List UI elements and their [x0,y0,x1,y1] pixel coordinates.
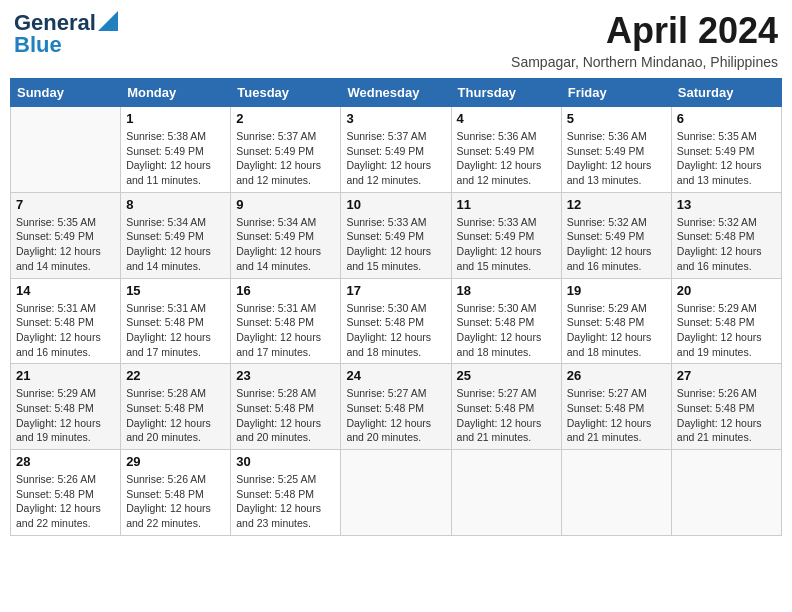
day-number: 7 [16,197,115,212]
table-row: 17Sunrise: 5:30 AMSunset: 5:48 PMDayligh… [341,278,451,364]
svg-marker-0 [98,11,118,31]
table-row: 3Sunrise: 5:37 AMSunset: 5:49 PMDaylight… [341,107,451,193]
day-info: Sunrise: 5:30 AMSunset: 5:48 PMDaylight:… [346,301,445,360]
logo: General Blue [14,10,118,58]
calendar-week-row: 21Sunrise: 5:29 AMSunset: 5:48 PMDayligh… [11,364,782,450]
day-info: Sunrise: 5:28 AMSunset: 5:48 PMDaylight:… [126,386,225,445]
day-info: Sunrise: 5:26 AMSunset: 5:48 PMDaylight:… [677,386,776,445]
table-row: 5Sunrise: 5:36 AMSunset: 5:49 PMDaylight… [561,107,671,193]
calendar-week-row: 1Sunrise: 5:38 AMSunset: 5:49 PMDaylight… [11,107,782,193]
page-header: General Blue April 2024 Sampagar, Northe… [10,10,782,70]
day-info: Sunrise: 5:37 AMSunset: 5:49 PMDaylight:… [236,129,335,188]
day-info: Sunrise: 5:28 AMSunset: 5:48 PMDaylight:… [236,386,335,445]
location-subtitle: Sampagar, Northern Mindanao, Philippines [511,54,778,70]
day-number: 19 [567,283,666,298]
day-number: 26 [567,368,666,383]
table-row: 16Sunrise: 5:31 AMSunset: 5:48 PMDayligh… [231,278,341,364]
day-number: 18 [457,283,556,298]
table-row [11,107,121,193]
day-info: Sunrise: 5:35 AMSunset: 5:49 PMDaylight:… [677,129,776,188]
header-thursday: Thursday [451,79,561,107]
day-number: 1 [126,111,225,126]
table-row: 4Sunrise: 5:36 AMSunset: 5:49 PMDaylight… [451,107,561,193]
day-info: Sunrise: 5:31 AMSunset: 5:48 PMDaylight:… [126,301,225,360]
table-row: 1Sunrise: 5:38 AMSunset: 5:49 PMDaylight… [121,107,231,193]
day-number: 5 [567,111,666,126]
table-row: 23Sunrise: 5:28 AMSunset: 5:48 PMDayligh… [231,364,341,450]
day-info: Sunrise: 5:32 AMSunset: 5:48 PMDaylight:… [677,215,776,274]
day-number: 20 [677,283,776,298]
table-row: 18Sunrise: 5:30 AMSunset: 5:48 PMDayligh… [451,278,561,364]
table-row [341,450,451,536]
day-info: Sunrise: 5:33 AMSunset: 5:49 PMDaylight:… [457,215,556,274]
day-number: 10 [346,197,445,212]
table-row [561,450,671,536]
calendar-week-row: 28Sunrise: 5:26 AMSunset: 5:48 PMDayligh… [11,450,782,536]
day-number: 22 [126,368,225,383]
day-info: Sunrise: 5:29 AMSunset: 5:48 PMDaylight:… [567,301,666,360]
table-row: 15Sunrise: 5:31 AMSunset: 5:48 PMDayligh… [121,278,231,364]
table-row: 28Sunrise: 5:26 AMSunset: 5:48 PMDayligh… [11,450,121,536]
day-number: 16 [236,283,335,298]
header-sunday: Sunday [11,79,121,107]
logo-blue-text: Blue [14,32,62,58]
day-info: Sunrise: 5:29 AMSunset: 5:48 PMDaylight:… [677,301,776,360]
day-number: 25 [457,368,556,383]
table-row: 12Sunrise: 5:32 AMSunset: 5:49 PMDayligh… [561,192,671,278]
header-friday: Friday [561,79,671,107]
day-info: Sunrise: 5:35 AMSunset: 5:49 PMDaylight:… [16,215,115,274]
table-row: 26Sunrise: 5:27 AMSunset: 5:48 PMDayligh… [561,364,671,450]
table-row: 11Sunrise: 5:33 AMSunset: 5:49 PMDayligh… [451,192,561,278]
logo-triangle-icon [98,11,118,31]
table-row: 30Sunrise: 5:25 AMSunset: 5:48 PMDayligh… [231,450,341,536]
calendar-table: Sunday Monday Tuesday Wednesday Thursday… [10,78,782,536]
day-info: Sunrise: 5:27 AMSunset: 5:48 PMDaylight:… [346,386,445,445]
day-number: 30 [236,454,335,469]
day-info: Sunrise: 5:34 AMSunset: 5:49 PMDaylight:… [236,215,335,274]
table-row: 24Sunrise: 5:27 AMSunset: 5:48 PMDayligh… [341,364,451,450]
table-row: 7Sunrise: 5:35 AMSunset: 5:49 PMDaylight… [11,192,121,278]
day-info: Sunrise: 5:36 AMSunset: 5:49 PMDaylight:… [567,129,666,188]
table-row: 25Sunrise: 5:27 AMSunset: 5:48 PMDayligh… [451,364,561,450]
day-number: 23 [236,368,335,383]
day-number: 21 [16,368,115,383]
calendar-week-row: 14Sunrise: 5:31 AMSunset: 5:48 PMDayligh… [11,278,782,364]
table-row: 6Sunrise: 5:35 AMSunset: 5:49 PMDaylight… [671,107,781,193]
month-title: April 2024 [511,10,778,52]
day-info: Sunrise: 5:27 AMSunset: 5:48 PMDaylight:… [457,386,556,445]
day-info: Sunrise: 5:38 AMSunset: 5:49 PMDaylight:… [126,129,225,188]
header-monday: Monday [121,79,231,107]
day-number: 14 [16,283,115,298]
day-number: 28 [16,454,115,469]
day-info: Sunrise: 5:25 AMSunset: 5:48 PMDaylight:… [236,472,335,531]
day-info: Sunrise: 5:34 AMSunset: 5:49 PMDaylight:… [126,215,225,274]
day-number: 4 [457,111,556,126]
header-saturday: Saturday [671,79,781,107]
day-info: Sunrise: 5:26 AMSunset: 5:48 PMDaylight:… [126,472,225,531]
day-number: 15 [126,283,225,298]
day-info: Sunrise: 5:31 AMSunset: 5:48 PMDaylight:… [16,301,115,360]
day-info: Sunrise: 5:32 AMSunset: 5:49 PMDaylight:… [567,215,666,274]
calendar-week-row: 7Sunrise: 5:35 AMSunset: 5:49 PMDaylight… [11,192,782,278]
table-row: 14Sunrise: 5:31 AMSunset: 5:48 PMDayligh… [11,278,121,364]
table-row: 19Sunrise: 5:29 AMSunset: 5:48 PMDayligh… [561,278,671,364]
day-number: 3 [346,111,445,126]
table-row: 13Sunrise: 5:32 AMSunset: 5:48 PMDayligh… [671,192,781,278]
day-number: 24 [346,368,445,383]
day-number: 6 [677,111,776,126]
header-wednesday: Wednesday [341,79,451,107]
title-area: April 2024 Sampagar, Northern Mindanao, … [511,10,778,70]
day-number: 9 [236,197,335,212]
table-row: 22Sunrise: 5:28 AMSunset: 5:48 PMDayligh… [121,364,231,450]
header-tuesday: Tuesday [231,79,341,107]
table-row [451,450,561,536]
table-row: 29Sunrise: 5:26 AMSunset: 5:48 PMDayligh… [121,450,231,536]
day-info: Sunrise: 5:27 AMSunset: 5:48 PMDaylight:… [567,386,666,445]
table-row: 21Sunrise: 5:29 AMSunset: 5:48 PMDayligh… [11,364,121,450]
day-info: Sunrise: 5:36 AMSunset: 5:49 PMDaylight:… [457,129,556,188]
day-info: Sunrise: 5:37 AMSunset: 5:49 PMDaylight:… [346,129,445,188]
table-row [671,450,781,536]
table-row: 10Sunrise: 5:33 AMSunset: 5:49 PMDayligh… [341,192,451,278]
day-number: 11 [457,197,556,212]
day-info: Sunrise: 5:29 AMSunset: 5:48 PMDaylight:… [16,386,115,445]
